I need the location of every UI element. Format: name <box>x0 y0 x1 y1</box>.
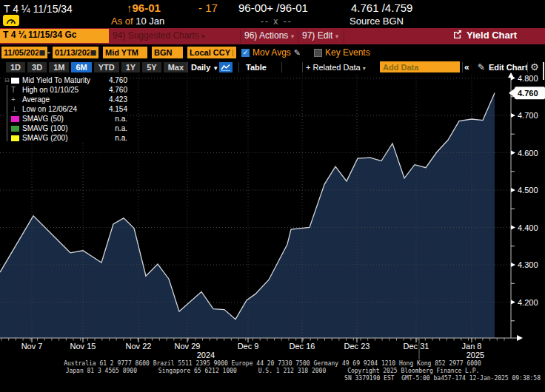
x-tick-label: Nov 15 <box>70 342 96 351</box>
legend-row[interactable]: THigh on 01/10/254.760 <box>4 85 127 95</box>
legend-value: n.a. <box>101 134 127 142</box>
field-selector[interactable]: Mid YTM <box>103 47 147 58</box>
y-tick <box>511 300 515 305</box>
value-tag-notch <box>509 89 515 98</box>
legend-label: SMAVG (50) <box>22 115 101 123</box>
footer-session-line: SN 3379190 EST GMT-5:00 ba457-174 12-Jan… <box>0 375 545 382</box>
chevron-down-icon: ▾ <box>291 33 295 40</box>
menu-divider <box>298 30 298 43</box>
y-tick <box>511 188 515 192</box>
legend-value: 4.423 <box>101 95 127 104</box>
x-tick-label: Dec 31 <box>404 342 429 351</box>
calendar-icon[interactable]: ▦ <box>90 49 96 56</box>
menu-edit[interactable]: 97) Edit ▾ <box>302 30 338 41</box>
legend-label: SMAVG (200) <box>22 134 101 142</box>
chevron-down-icon: ▼ <box>233 50 241 56</box>
legend-label: SMAVG (100) <box>22 124 101 132</box>
x-tick-label: Jan 8 <box>462 342 482 351</box>
yield-bid-ask: 4.761 /4.759 <box>351 1 412 14</box>
y-tick-label: 4.400 <box>518 223 538 232</box>
y-tick-label: 4.500 <box>518 186 538 195</box>
key-events-toggle[interactable]: Key Events <box>314 47 370 58</box>
current-value-label: 4.760 <box>518 89 538 98</box>
legend-row[interactable]: SMAVG (100)n.a. <box>4 124 127 133</box>
calendar-icon[interactable]: ▦ <box>39 49 45 56</box>
y-tick <box>511 263 515 267</box>
pencil-icon[interactable]: ✎ <box>294 48 301 58</box>
menu-divider <box>344 30 344 43</box>
quote-size: -- x -- <box>261 16 292 27</box>
color-chip-icon <box>11 135 19 141</box>
price-source: Source BGN <box>350 16 404 27</box>
bloomberg-yield-chart-window: T 4 ¼ 11/15/34 ↑96-01 - 17 96-00+ /96-01… <box>0 0 545 392</box>
x-axis-arrow-icon <box>517 335 523 341</box>
color-chip-icon <box>11 116 19 122</box>
menu-suggested-charts[interactable]: 94) Suggested Charts ▾ <box>113 30 205 41</box>
legend-value: 4.154 <box>101 105 127 113</box>
legend-label: Low on 12/06/24 <box>22 105 101 113</box>
date-range-separator: - <box>47 47 50 58</box>
as-of-date: As of 10 Jan <box>111 16 164 27</box>
series-color-chip <box>11 116 22 122</box>
x-tick-label: Nov 7 <box>21 342 43 351</box>
series-color-chip <box>11 78 22 84</box>
legend-row[interactable]: ⊟Mid Yield To Maturity4.760 <box>4 75 127 85</box>
color-chip-icon <box>11 126 19 132</box>
bid-ask: 96-00+ /96-01 <box>238 1 308 14</box>
date-to-input[interactable] <box>55 48 90 57</box>
expand-box-icon[interactable]: ⊟ <box>4 77 11 84</box>
currency-selector[interactable]: Local CCY ▼ <box>187 47 236 58</box>
legend-value: 4.760 <box>101 76 127 84</box>
menu-divider <box>240 30 241 43</box>
date-from-field[interactable]: ▦ <box>1 47 47 58</box>
year-label: 2025 <box>467 351 484 359</box>
legend-bracket <box>7 85 7 141</box>
legend-row[interactable]: ⊥Low on 12/06/244.154 <box>4 104 127 114</box>
checkbox-checked-icon[interactable]: ✓ <box>241 49 250 57</box>
legend-row[interactable]: SMAVG (200)n.a. <box>4 133 127 143</box>
x-tick-label: Nov 29 <box>175 342 201 351</box>
chart-legend: ⊟Mid Yield To Maturity4.760THigh on 01/1… <box>4 75 127 143</box>
high-marker-icon: T <box>11 86 22 94</box>
footer-contact-line: Japan 81 3 4565 8900 Singapore 65 6212 1… <box>0 368 545 374</box>
legend-row[interactable]: SMAVG (50)n.a. <box>4 114 127 124</box>
date-from-input[interactable] <box>4 48 39 57</box>
y-tick-label: 4.800 <box>518 74 538 83</box>
checkbox-unchecked-icon[interactable] <box>314 49 322 57</box>
low-marker-icon: ⊥ <box>11 105 22 113</box>
color-chip-icon <box>11 78 19 84</box>
y-tick-label: 4.200 <box>518 298 538 307</box>
mov-avgs-toggle[interactable]: ✓ Mov Avgs ✎ <box>241 47 301 58</box>
y-tick <box>511 151 515 155</box>
menu-actions[interactable]: 96) Actions ▾ <box>244 30 294 41</box>
legend-value: n.a. <box>101 115 127 123</box>
y-tick-label: 4.300 <box>518 260 538 269</box>
price-change: - 17 <box>198 1 218 14</box>
y-tick-label: 4.700 <box>518 111 538 120</box>
last-price: ↑96-01 <box>127 1 161 14</box>
y-tick <box>511 226 515 230</box>
chart-type-title: Yield Chart <box>453 30 517 41</box>
date-to-field[interactable]: ▦ <box>53 47 98 58</box>
legend-label: High on 01/10/25 <box>22 86 101 94</box>
y-tick <box>511 113 515 118</box>
x-tick-label: Dec 23 <box>344 342 370 351</box>
chevron-down-icon: ▾ <box>201 33 205 40</box>
avg-marker-icon: + <box>11 95 22 104</box>
chevron-down-icon: ▾ <box>335 33 339 40</box>
x-tick-label: Nov 22 <box>126 342 152 351</box>
year-label: 2024 <box>197 351 215 359</box>
legend-value: 4.760 <box>101 86 127 94</box>
up-arrow-icon: ↑ <box>127 1 133 14</box>
legend-label: Mid Yield To Maturity <box>22 76 101 84</box>
gauge-icon[interactable] <box>3 15 19 26</box>
legend-value: n.a. <box>101 124 127 132</box>
security-field[interactable]: T 4 ¼ 11/15/34 Gc <box>0 29 109 43</box>
pricing-source-field[interactable]: BGN <box>152 47 183 58</box>
security-ticker: T 4 ¼ 11/15/34 <box>4 3 73 15</box>
legend-row[interactable]: +Average4.423 <box>4 95 127 104</box>
popout-icon[interactable] <box>453 30 462 41</box>
y-tick-label: 4.600 <box>518 149 538 158</box>
series-color-chip <box>11 135 22 141</box>
x-tick-label: Dec 16 <box>290 342 315 351</box>
